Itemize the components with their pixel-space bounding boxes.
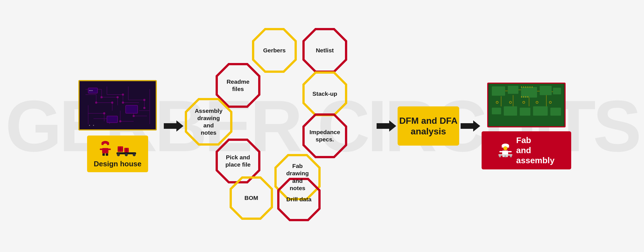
svg-point-48 xyxy=(103,143,107,148)
svg-marker-75 xyxy=(377,120,396,132)
svg-rect-116 xyxy=(499,151,502,152)
arrow-2 xyxy=(375,119,398,133)
conveyor-icon xyxy=(115,144,137,157)
svg-point-61 xyxy=(117,153,120,156)
svg-point-41 xyxy=(89,90,90,91)
design-house-icon xyxy=(98,139,137,157)
svg-rect-83 xyxy=(492,108,501,115)
svg-rect-82 xyxy=(553,88,561,94)
svg-point-34 xyxy=(143,107,146,109)
svg-point-27 xyxy=(101,96,103,98)
svg-point-43 xyxy=(92,90,93,91)
svg-rect-40 xyxy=(107,116,118,123)
svg-rect-79 xyxy=(508,86,519,94)
octagon-readme-label: Readmefiles xyxy=(224,76,252,95)
svg-rect-103 xyxy=(523,96,524,98)
main-container: Design house Gerbers Netlist xyxy=(0,0,644,252)
fab-pcb-image xyxy=(487,83,566,127)
svg-point-63 xyxy=(133,153,136,156)
svg-marker-64 xyxy=(164,120,183,132)
svg-point-44 xyxy=(89,125,90,126)
octagon-impedance-label: Impedancespecs. xyxy=(307,126,342,146)
svg-point-30 xyxy=(111,101,113,104)
dfm-label: DFM and DFAanalysis xyxy=(399,115,458,137)
design-house-label: Design house xyxy=(94,160,141,168)
worker-icon xyxy=(98,139,113,157)
svg-point-28 xyxy=(116,96,119,98)
svg-rect-39 xyxy=(126,105,138,113)
svg-point-42 xyxy=(90,90,92,91)
svg-point-122 xyxy=(510,155,512,157)
octagon-assembly-label: Assemblydrawingandnotes xyxy=(192,105,225,139)
svg-point-62 xyxy=(125,153,128,156)
dfm-box: DFM and DFAanalysis xyxy=(398,106,459,146)
svg-rect-84 xyxy=(504,106,517,116)
svg-rect-51 xyxy=(108,148,111,150)
octagon-netlist-label: Netlist xyxy=(314,45,336,56)
svg-point-121 xyxy=(504,155,506,157)
fab-assembly-section: Fabandassembly xyxy=(482,83,571,169)
octagon-cluster: Gerbers Netlist Readmefiles xyxy=(185,20,375,232)
octagon-netlist: Netlist xyxy=(302,28,347,73)
svg-rect-53 xyxy=(106,153,108,156)
svg-point-29 xyxy=(95,101,97,104)
pcb-image xyxy=(78,80,157,130)
octagon-stackup: Stack-up xyxy=(302,71,347,116)
svg-point-33 xyxy=(143,99,146,101)
svg-rect-102 xyxy=(521,96,522,98)
svg-rect-80 xyxy=(521,87,537,97)
octagon-impedance: Impedancespecs. xyxy=(302,113,347,158)
svg-rect-49 xyxy=(102,148,108,153)
svg-rect-97 xyxy=(523,87,524,88)
svg-rect-86 xyxy=(533,106,548,116)
svg-rect-105 xyxy=(528,96,528,98)
octagon-stackup-label: Stack-up xyxy=(310,88,340,100)
octagon-gerbers-label: Gerbers xyxy=(261,45,288,56)
svg-rect-104 xyxy=(525,96,526,98)
svg-point-32 xyxy=(122,101,124,104)
svg-rect-52 xyxy=(102,153,105,156)
octagon-bom-label: BOM xyxy=(242,192,260,204)
svg-rect-81 xyxy=(540,86,552,95)
arrow-1 xyxy=(162,119,185,133)
svg-point-113 xyxy=(503,146,507,150)
svg-rect-101 xyxy=(532,87,533,88)
design-house-box: Design house xyxy=(87,136,148,172)
svg-rect-98 xyxy=(525,87,526,88)
octagon-pick-label: Pick andplace file xyxy=(223,151,253,171)
svg-rect-115 xyxy=(508,151,512,152)
fab-box: Fabandassembly xyxy=(482,131,571,169)
svg-point-36 xyxy=(119,120,122,122)
design-house-section: Design house xyxy=(73,80,162,172)
svg-point-120 xyxy=(499,155,501,157)
svg-point-45 xyxy=(93,125,94,126)
svg-point-31 xyxy=(122,93,124,95)
svg-rect-50 xyxy=(100,148,102,150)
svg-rect-96 xyxy=(521,87,522,88)
svg-rect-87 xyxy=(550,108,561,116)
octagon-drill-label: Drill data xyxy=(284,193,314,205)
arrow-3 xyxy=(459,119,482,133)
svg-rect-100 xyxy=(529,87,530,88)
svg-point-37 xyxy=(133,115,135,117)
svg-rect-78 xyxy=(492,87,505,96)
octagon-bom: BOM xyxy=(230,176,273,220)
fab-label: Fabandassembly xyxy=(516,135,555,165)
fab-worker-icon xyxy=(498,142,512,159)
svg-point-35 xyxy=(103,112,105,114)
svg-marker-76 xyxy=(461,120,480,132)
svg-rect-85 xyxy=(520,108,530,116)
svg-rect-99 xyxy=(528,87,528,88)
octagon-fab-drawing-label: Fabdrawingandnotes xyxy=(284,160,311,194)
